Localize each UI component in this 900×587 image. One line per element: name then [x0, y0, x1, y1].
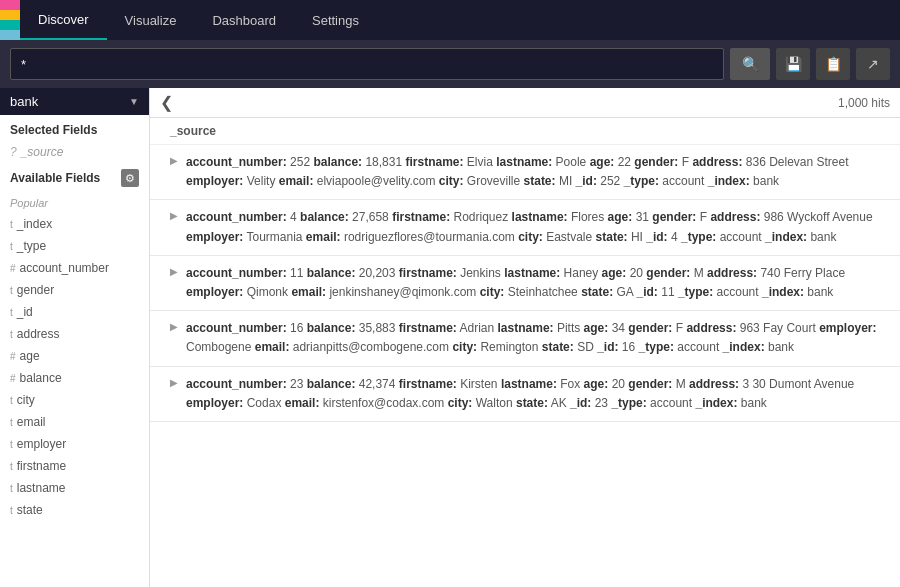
record-content: account_number: 252 balance: 18,831 firs…: [186, 153, 890, 191]
source-column-header: _source: [150, 118, 900, 145]
nav-item-dashboard[interactable]: Dashboard: [194, 0, 294, 40]
available-fields-label: Available Fields: [10, 171, 100, 185]
content-area: ❮ 1,000 hits _source ▶ account_number: 2…: [150, 88, 900, 587]
share-button[interactable]: ↗: [856, 48, 890, 80]
hits-count: 1,000 hits: [838, 96, 890, 110]
table-row: ▶ account_number: 16 balance: 35,883 fir…: [150, 311, 900, 366]
search-icon: 🔍: [742, 56, 759, 72]
save-icon: 💾: [785, 56, 802, 72]
sidebar-field-email[interactable]: temail: [0, 411, 149, 433]
selected-fields-label: Selected Fields: [0, 115, 149, 141]
share-icon: ↗: [867, 56, 879, 72]
content-header: ❮ 1,000 hits: [150, 88, 900, 118]
sidebar-field-lastname[interactable]: tlastname: [0, 477, 149, 499]
table-row: ▶ account_number: 11 balance: 20,203 fir…: [150, 256, 900, 311]
sidebar-fields-list: t_index t_type #account_number tgender t…: [0, 213, 149, 521]
index-selector[interactable]: bank ▼: [0, 88, 149, 115]
table-row: ▶ account_number: 4 balance: 27,658 firs…: [150, 200, 900, 255]
search-input[interactable]: [10, 48, 724, 80]
expand-icon[interactable]: ▶: [170, 321, 180, 357]
search-button[interactable]: 🔍: [730, 48, 770, 80]
gear-button[interactable]: ⚙: [121, 169, 139, 187]
sidebar-field-employer[interactable]: temployer: [0, 433, 149, 455]
sidebar-field-state[interactable]: tstate: [0, 499, 149, 521]
expand-icon[interactable]: ▶: [170, 377, 180, 413]
load-icon: 📋: [825, 56, 842, 72]
logo: [0, 0, 20, 40]
popular-label: Popular: [0, 193, 149, 213]
collapse-sidebar-button[interactable]: ❮: [160, 93, 173, 112]
sidebar-field-gender[interactable]: tgender: [0, 279, 149, 301]
expand-icon[interactable]: ▶: [170, 266, 180, 302]
sidebar-field-id[interactable]: t_id: [0, 301, 149, 323]
record-content: account_number: 4 balance: 27,658 firstn…: [186, 208, 890, 246]
record-content: account_number: 16 balance: 35,883 first…: [186, 319, 890, 357]
nav-item-discover[interactable]: Discover: [20, 0, 107, 40]
chevron-down-icon: ▼: [129, 96, 139, 107]
sidebar-field-index[interactable]: t_index: [0, 213, 149, 235]
sidebar-field-balance[interactable]: #balance: [0, 367, 149, 389]
nav-item-visualize[interactable]: Visualize: [107, 0, 195, 40]
search-bar: 🔍 💾 📋 ↗: [0, 40, 900, 88]
record-content: account_number: 23 balance: 42,374 first…: [186, 375, 890, 413]
source-field[interactable]: ? _source: [0, 141, 149, 163]
nav-item-settings[interactable]: Settings: [294, 0, 377, 40]
record-content: account_number: 11 balance: 20,203 first…: [186, 264, 890, 302]
sidebar-field-address[interactable]: taddress: [0, 323, 149, 345]
sidebar-field-city[interactable]: tcity: [0, 389, 149, 411]
table-row: ▶ account_number: 252 balance: 18,831 fi…: [150, 145, 900, 200]
top-nav: Discover Visualize Dashboard Settings: [0, 0, 900, 40]
index-name: bank: [10, 94, 38, 109]
sidebar-field-age[interactable]: #age: [0, 345, 149, 367]
sidebar-field-type[interactable]: t_type: [0, 235, 149, 257]
expand-icon[interactable]: ▶: [170, 210, 180, 246]
load-button[interactable]: 📋: [816, 48, 850, 80]
sidebar-field-account-number[interactable]: #account_number: [0, 257, 149, 279]
sidebar-field-firstname[interactable]: tfirstname: [0, 455, 149, 477]
question-icon: ?: [10, 145, 17, 159]
save-button[interactable]: 💾: [776, 48, 810, 80]
results-list: _source ▶ account_number: 252 balance: 1…: [150, 118, 900, 587]
table-row: ▶ account_number: 23 balance: 42,374 fir…: [150, 367, 900, 422]
sidebar: bank ▼ Selected Fields ? _source Availab…: [0, 88, 150, 587]
expand-icon[interactable]: ▶: [170, 155, 180, 191]
